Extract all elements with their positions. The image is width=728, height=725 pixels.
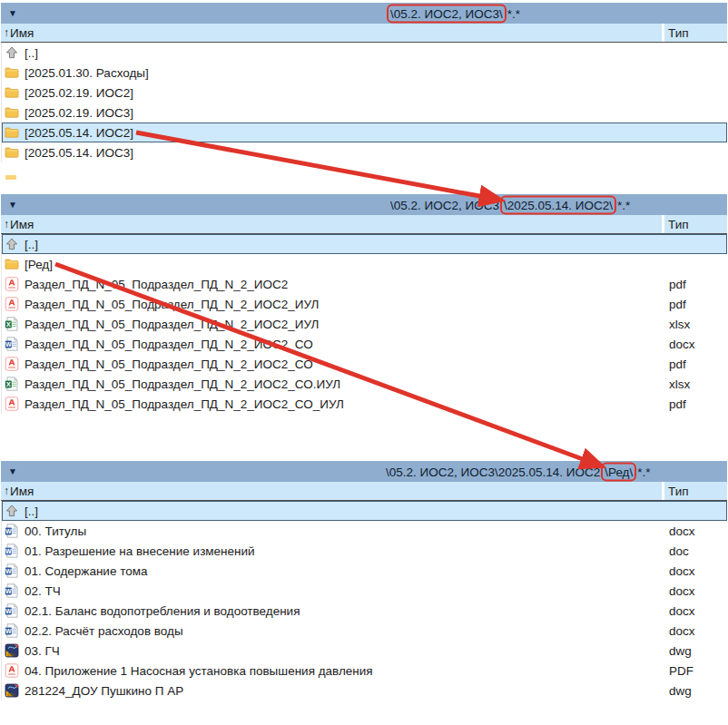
path-text-post: *.* bbox=[617, 198, 630, 211]
file-name: Раздел_ПД_N_05_Подраздел_ПД_N_2_ИОС2_СО_… bbox=[25, 397, 344, 411]
docx-icon: W bbox=[5, 583, 19, 598]
current-path: \05.2. ИОС2, ИОС3\*.* bbox=[386, 4, 520, 23]
file-row[interactable]: W01. Содержание томаdocx bbox=[2, 561, 727, 581]
path-bar[interactable]: ▼ \05.2. ИОС2, ИОС3\*.* bbox=[1, 3, 727, 24]
file-row[interactable]: W02.1. Баланс водопотребления и водоотве… bbox=[2, 601, 727, 621]
folder-row[interactable]: [2025.05.14. ИОС2] bbox=[2, 122, 727, 142]
file-name: [2025.01.30. Расходы] bbox=[25, 66, 149, 80]
file-row[interactable]: Раздел_ПД_N_05_Подраздел_ПД_N_2_ИОС2pdf bbox=[2, 274, 727, 294]
file-name: [..] bbox=[25, 238, 38, 251]
folder-row[interactable]: [2025.02.19. ИОС3] bbox=[2, 103, 727, 122]
file-row[interactable]: Раздел_ПД_N_05_Подраздел_ПД_N_2_ИОС2_ИУЛ… bbox=[2, 294, 727, 314]
file-row[interactable]: W00. Титулыdocx bbox=[2, 521, 727, 541]
xlsx-icon: X bbox=[5, 317, 19, 331]
file-panel-top: ▼ \05.2. ИОС2, ИОС3\*.* ↑Имя Тип [..][20… bbox=[1, 3, 727, 162]
file-name: 03. ГЧ bbox=[25, 644, 60, 658]
file-list: [..]W00. ТитулыdocxW01. Разрешение на вн… bbox=[1, 501, 727, 701]
file-list: [..][Ред]Раздел_ПД_N_05_Подраздел_ПД_N_2… bbox=[1, 234, 727, 414]
file-type: docx bbox=[669, 584, 695, 598]
pdf-icon bbox=[5, 357, 19, 371]
file-name: [2025.05.14. ИОС2] bbox=[25, 126, 133, 140]
svg-text:W: W bbox=[5, 588, 12, 594]
path-text-post: *.* bbox=[637, 465, 650, 478]
chevron-down-icon[interactable]: ▼ bbox=[8, 9, 17, 18]
folder-row[interactable]: [..] bbox=[2, 43, 727, 63]
up-icon bbox=[5, 237, 19, 251]
column-header-name[interactable]: ↑Имя bbox=[1, 482, 662, 500]
current-path: \05.2. ИОС2, ИОС3\2025.05.14. ИОС2\*.* bbox=[390, 195, 630, 214]
column-header-name-label: Имя bbox=[10, 218, 34, 231]
file-name: Раздел_ПД_N_05_Подраздел_ПД_N_2_ИОС2_СО bbox=[25, 338, 313, 351]
folder-row[interactable]: [Ред] bbox=[2, 254, 727, 274]
docx-icon: W bbox=[5, 524, 19, 538]
svg-text:DWG: DWG bbox=[7, 693, 15, 697]
file-name: 04. Приложение 1 Насосная установка повы… bbox=[25, 664, 373, 678]
column-headers: ↑Имя Тип bbox=[1, 215, 727, 234]
file-row[interactable]: Раздел_ПД_N_05_Подраздел_ПД_N_2_ИОС2_СО_… bbox=[2, 394, 727, 414]
chevron-down-icon[interactable]: ▼ bbox=[8, 467, 17, 476]
file-row[interactable]: DWG281224_ДОУ Пушкино П АРdwg bbox=[2, 681, 727, 701]
docx-icon: W bbox=[5, 563, 19, 578]
path-bar[interactable]: ▼ \05.2. ИОС2, ИОС3\2025.05.14. ИОС2\*.* bbox=[1, 194, 727, 215]
column-header-name[interactable]: ↑Имя bbox=[1, 215, 662, 233]
folder-row[interactable]: [2025.01.30. Расходы] bbox=[2, 63, 727, 83]
folder-icon bbox=[5, 125, 19, 140]
folder-row[interactable]: [2025.05.14. ИОС3] bbox=[2, 142, 727, 162]
file-row[interactable]: W02.2. Расчёт расходов водыdocx bbox=[2, 621, 727, 641]
file-name: 02.1. Баланс водопотребления и водоотвед… bbox=[25, 604, 300, 618]
file-row[interactable]: DWG03. ГЧdwg bbox=[2, 641, 727, 661]
file-row[interactable]: 04. Приложение 1 Насосная установка повы… bbox=[2, 661, 727, 681]
folder-row[interactable]: [..] bbox=[2, 234, 727, 254]
file-name: 01. Разрешение на внесение изменений bbox=[25, 544, 255, 558]
folder-icon bbox=[5, 257, 19, 271]
file-row[interactable]: WРаздел_ПД_N_05_Подраздел_ПД_N_2_ИОС2_СО… bbox=[2, 334, 727, 354]
column-header-type[interactable]: Тип bbox=[664, 215, 727, 233]
folder-row[interactable]: [..] bbox=[2, 501, 727, 521]
chevron-down-icon[interactable]: ▼ bbox=[8, 201, 17, 210]
file-row[interactable]: Раздел_ПД_N_05_Подраздел_ПД_N_2_ИОС2_СОp… bbox=[2, 354, 727, 374]
file-row[interactable]: W02. ТЧdocx bbox=[2, 581, 727, 601]
column-header-type[interactable]: Тип bbox=[664, 482, 727, 500]
file-name: [..] bbox=[25, 46, 38, 60]
xlsx-icon: X bbox=[5, 377, 19, 391]
pdf-icon bbox=[5, 663, 19, 678]
file-name: Раздел_ПД_N_05_Подраздел_ПД_N_2_ИОС2_ИУЛ bbox=[25, 318, 319, 331]
pdf-icon bbox=[5, 277, 19, 291]
file-type: dwg bbox=[669, 644, 692, 658]
docx-icon: W bbox=[5, 623, 19, 638]
column-header-type-label: Тип bbox=[668, 485, 689, 498]
svg-text:W: W bbox=[5, 341, 12, 348]
file-name: [2025.02.19. ИОС2] bbox=[25, 86, 133, 100]
file-manager-screenshot: { "colors": { "header_bar": "#8FAECF", "… bbox=[0, 0, 728, 725]
docx-icon: W bbox=[5, 337, 19, 351]
file-type: docx bbox=[669, 624, 695, 638]
path-bar[interactable]: ▼ \05.2. ИОС2, ИОС3\2025.05.14. ИОС2\Ред… bbox=[1, 461, 727, 482]
file-name: 01. Содержание тома bbox=[25, 564, 148, 578]
file-type: pdf bbox=[669, 358, 686, 371]
pdf-icon bbox=[5, 297, 19, 311]
path-text-post: *.* bbox=[507, 6, 520, 20]
column-header-name[interactable]: ↑Имя bbox=[1, 24, 662, 42]
up-icon bbox=[5, 504, 19, 518]
dwg-icon: DWG bbox=[5, 643, 19, 658]
file-name: Раздел_ПД_N_05_Подраздел_ПД_N_2_ИОС2 bbox=[25, 278, 288, 291]
path-text-highlighted: \05.2. ИОС2, ИОС3\ bbox=[390, 6, 503, 20]
file-row[interactable]: XРаздел_ПД_N_05_Подраздел_ПД_N_2_ИОС2_СО… bbox=[2, 374, 727, 394]
file-list: [..][2025.01.30. Расходы][2025.02.19. ИО… bbox=[1, 43, 727, 162]
file-name: [2025.02.19. ИОС3] bbox=[25, 106, 133, 120]
column-header-name-label: Имя bbox=[10, 485, 34, 498]
file-name: Раздел_ПД_N_05_Подраздел_ПД_N_2_ИОС2_ИУЛ bbox=[25, 298, 319, 311]
column-header-type[interactable]: Тип bbox=[664, 24, 727, 42]
folder-icon bbox=[5, 85, 19, 100]
path-text-pre: \05.2. ИОС2, ИОС3 bbox=[390, 198, 499, 211]
sort-ascending-icon: ↑ bbox=[4, 218, 9, 230]
file-name: [2025.05.14. ИОС3] bbox=[25, 146, 133, 160]
file-name: [..] bbox=[25, 505, 38, 518]
file-row[interactable]: W01. Разрешение на внесение измененийdoc bbox=[2, 541, 727, 561]
svg-text:DWG: DWG bbox=[7, 653, 15, 657]
file-row[interactable]: XРаздел_ПД_N_05_Подраздел_ПД_N_2_ИОС2_ИУ… bbox=[2, 314, 727, 334]
path-highlight-box: \2025.05.14. ИОС2\ bbox=[500, 195, 616, 214]
folder-row[interactable]: [2025.02.19. ИОС2] bbox=[2, 83, 727, 103]
file-type: PDF bbox=[669, 664, 694, 678]
folder-icon bbox=[5, 145, 19, 160]
